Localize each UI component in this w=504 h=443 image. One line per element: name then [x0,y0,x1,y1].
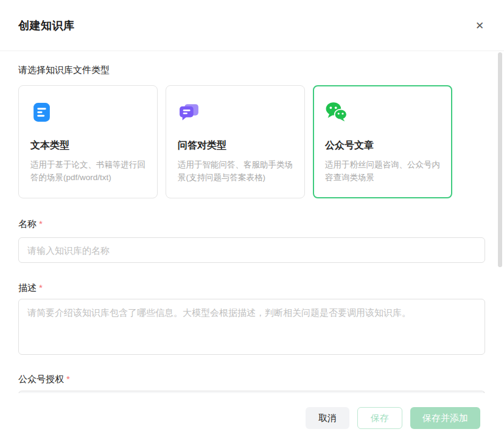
name-field-group: 名称* [18,218,485,263]
description-textarea[interactable] [18,299,485,355]
cancel-button[interactable]: 取消 [306,407,349,429]
modal-header: 创建知识库 [0,0,504,51]
file-type-card-row: 文本类型 适用于基于论文、书籍等进行回答的场景(pdf/word/txt) 问答… [18,85,485,198]
type-card-qa[interactable]: 问答对类型 适用于智能问答、客服助手类场景(支持问题与答案表格) [166,85,305,198]
qa-chat-icon [178,101,200,124]
type-card-text[interactable]: 文本类型 适用于基于论文、书籍等进行回答的场景(pdf/word/txt) [18,85,158,198]
description-label: 描述* [18,282,485,294]
card-title: 公众号文章 [325,139,440,152]
create-knowledge-base-modal: 创建知识库 ✕ 请选择知识库文件类型 文本类型 适用于基于论文、书籍等进行回答的… [0,0,504,443]
file-type-section-label: 请选择知识库文件类型 [18,64,485,76]
card-title: 文本类型 [30,139,145,152]
type-card-wechat-article[interactable]: 公众号文章 适用于粉丝问题咨询、公众号内容查询类场景 [313,85,452,198]
wechat-icon [325,101,348,124]
scrollbar-thumb[interactable] [498,52,502,267]
wechat-auth-field-group: 公众号授权* [18,373,485,393]
modal-title: 创建知识库 [18,18,75,33]
required-asterisk: * [66,374,70,384]
modal-footer: 取消 保存 保存并添加 [0,393,504,443]
required-asterisk: * [39,218,43,229]
save-button[interactable]: 保存 [357,407,402,429]
name-input[interactable] [18,237,485,263]
save-and-add-button[interactable]: 保存并添加 [410,407,480,429]
name-label: 名称* [18,218,485,230]
close-icon[interactable]: ✕ [472,18,487,33]
description-field-group: 描述* [18,282,485,355]
document-icon [30,101,53,124]
name-label-text: 名称 [18,218,37,229]
card-description: 适用于基于论文、书籍等进行回答的场景(pdf/word/txt) [30,159,145,184]
card-description: 适用于智能问答、客服助手类场景(支持问题与答案表格) [178,159,293,184]
wechat-auth-label-text: 公众号授权 [18,374,64,384]
card-title: 问答对类型 [178,139,293,152]
required-asterisk: * [39,282,43,293]
description-label-text: 描述 [18,282,37,293]
card-description: 适用于粉丝问题咨询、公众号内容查询类场景 [325,159,440,184]
wechat-auth-label: 公众号授权* [18,373,485,385]
modal-body: 请选择知识库文件类型 文本类型 适用于基于论文、书籍等进行回答的场景(pdf/w… [0,51,504,393]
